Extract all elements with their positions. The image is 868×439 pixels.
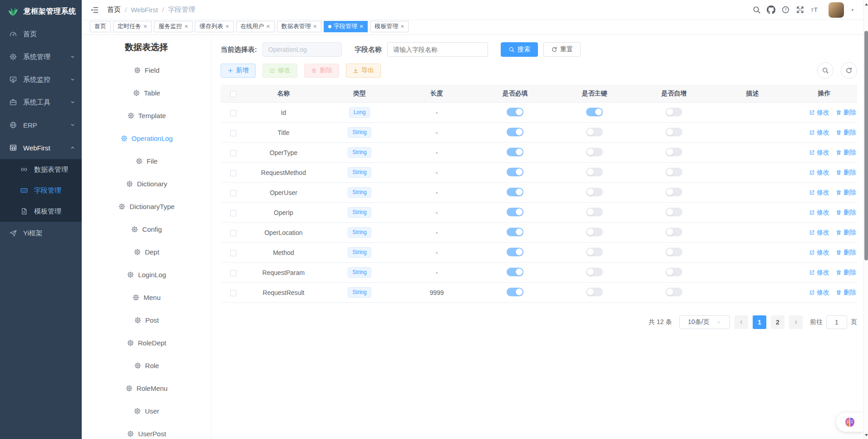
avatar-caret-down-icon[interactable] [850,7,855,13]
toggle-switch[interactable] [507,288,523,296]
row-edit-link[interactable]: 修改 [809,249,829,257]
toggle-switch[interactable] [666,108,682,116]
sidebar-item-system-tools[interactable]: 系统工具 [0,91,82,114]
sidebar-item-system-manage[interactable]: 系统管理 [0,45,82,68]
page-scrollbar[interactable] [863,0,868,439]
tree-item-RoleMenu[interactable]: RoleMenu [125,377,168,399]
row-delete-link[interactable]: 删除 [836,169,856,177]
toggle-switch[interactable] [666,188,682,196]
goto-page-input[interactable] [826,315,847,329]
toggle-switch[interactable] [507,148,523,156]
row-edit-link[interactable]: 修改 [809,109,829,117]
row-delete-link[interactable]: 删除 [836,289,856,297]
row-checkbox[interactable] [230,150,237,156]
toggle-switch[interactable] [666,208,682,216]
next-page-button[interactable] [789,315,803,329]
page-button-1[interactable]: 1 [753,315,766,329]
sidebar-item-home[interactable]: 首页 [0,23,82,45]
row-delete-link[interactable]: 删除 [836,129,856,137]
row-edit-link[interactable]: 修改 [809,189,829,197]
breadcrumb-home[interactable]: 首页 [107,5,121,14]
delete-button[interactable]: 删除 [304,64,339,78]
toggle-switch[interactable] [666,268,682,276]
tab-缓存列表[interactable]: 缓存列表× [195,21,233,32]
tab-首页[interactable]: 首页 [90,21,111,32]
app-logo[interactable]: 意框架管理系统 [0,0,82,23]
toggle-switch[interactable] [507,168,523,176]
toggle-switch[interactable] [666,168,682,176]
prev-page-button[interactable] [735,315,748,329]
tree-item-OperationLog[interactable]: OperationLog [120,127,173,150]
toggle-switch[interactable] [586,208,603,216]
sidebar-item-erp[interactable]: ERP [0,114,82,136]
search-button[interactable]: 搜索 [501,42,538,57]
row-edit-link[interactable]: 修改 [809,209,829,217]
row-delete-link[interactable]: 删除 [836,209,856,217]
row-checkbox[interactable] [230,190,237,196]
toggle-switch[interactable] [586,188,603,196]
toggle-switch[interactable] [507,248,523,256]
toggle-switch[interactable] [507,128,523,136]
tree-item-LoginLog[interactable]: LoginLog [127,263,166,286]
tree-item-File[interactable]: File [135,150,158,172]
toggle-switch[interactable] [666,148,682,156]
toggle-switch[interactable] [586,248,603,256]
tab-close-icon[interactable]: × [400,23,404,30]
row-edit-link[interactable]: 修改 [809,269,829,277]
sidebar-collapse-icon[interactable] [90,5,99,15]
toggle-switch[interactable] [666,248,682,256]
toggle-switch[interactable] [666,228,682,236]
row-checkbox[interactable] [230,210,237,216]
row-delete-link[interactable]: 删除 [836,149,856,157]
page-size-select[interactable]: 10条/页 [679,315,730,329]
toggle-switch[interactable] [666,128,682,136]
edit-button[interactable]: 修改 [262,64,297,78]
toggle-switch[interactable] [586,268,603,276]
reset-button[interactable]: 重置 [543,42,581,57]
tab-定时任务[interactable]: 定时任务× [113,21,152,32]
row-checkbox[interactable] [230,170,237,176]
sidebar-item-template-manage[interactable]: 模板管理 [0,201,82,222]
toggle-switch[interactable] [586,288,603,296]
row-delete-link[interactable]: 删除 [836,229,856,237]
page-button-2[interactable]: 2 [771,315,784,329]
github-icon[interactable] [767,5,775,14]
font-size-icon[interactable] [810,5,819,14]
toggle-switch[interactable] [507,108,523,116]
row-checkbox[interactable] [230,230,237,236]
refresh-table-button[interactable] [841,62,857,79]
tree-item-RoleDept[interactable]: RoleDept [127,331,167,354]
tree-item-Dept[interactable]: Dept [133,240,159,263]
search-icon[interactable] [752,5,761,14]
toggle-switch[interactable] [586,148,603,156]
row-edit-link[interactable]: 修改 [809,229,829,237]
row-checkbox[interactable] [230,250,237,256]
row-delete-link[interactable]: 删除 [836,269,856,277]
toggle-switch[interactable] [507,228,523,236]
tab-close-icon[interactable]: × [360,23,363,30]
tab-close-icon[interactable]: × [313,23,317,30]
tab-close-icon[interactable]: × [266,23,270,30]
row-checkbox[interactable] [230,130,237,136]
tab-在线用户[interactable]: 在线用户× [236,21,275,32]
toggle-switch[interactable] [586,228,603,236]
toggle-switch[interactable] [586,128,603,136]
row-delete-link[interactable]: 删除 [836,189,856,197]
sidebar-item-yi-framework[interactable]: Yi框架 [0,222,82,244]
ai-assistant-button[interactable] [836,413,863,432]
scrollbar-thumb[interactable] [864,31,868,260]
toggle-switch[interactable] [666,288,682,296]
tree-item-Role[interactable]: Role [134,354,159,377]
select-all-checkbox[interactable] [230,91,237,97]
sidebar-item-webfirst[interactable]: WebFirst [0,136,82,159]
row-checkbox[interactable] [230,110,237,116]
tree-item-Menu[interactable]: Menu [132,286,161,309]
row-edit-link[interactable]: 修改 [809,169,829,177]
show-search-button[interactable] [817,62,833,79]
sidebar-item-system-monitor[interactable]: 系统监控 [0,68,82,91]
tab-close-icon[interactable]: × [225,23,229,30]
tab-close-icon[interactable]: × [143,23,147,30]
row-edit-link[interactable]: 修改 [809,289,829,297]
tree-item-User[interactable]: User [133,399,159,422]
export-button[interactable]: 导出 [346,64,381,78]
